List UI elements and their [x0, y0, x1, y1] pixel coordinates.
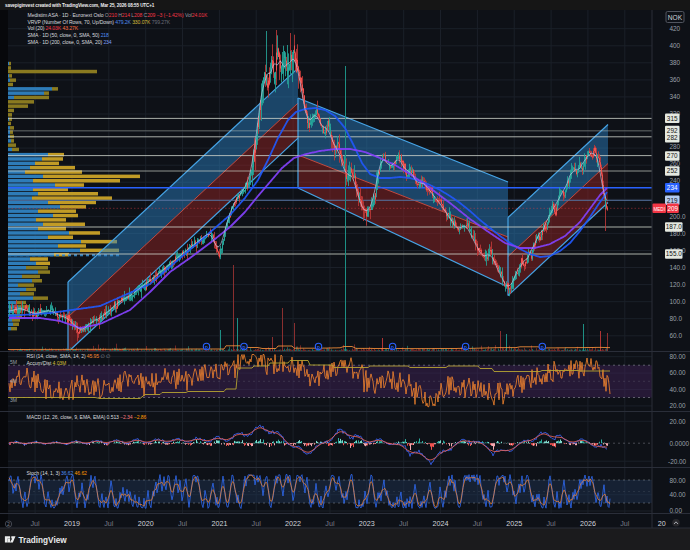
svg-text:400: 400 — [670, 42, 681, 49]
svg-text:187.0: 187.0 — [666, 223, 682, 230]
svg-text:D: D — [391, 345, 394, 350]
svg-text:5M: 5M — [10, 359, 17, 365]
svg-text:219: 219 — [667, 197, 678, 204]
svg-text:20: 20 — [658, 519, 666, 528]
svg-text:60.00: 60.00 — [670, 369, 686, 376]
svg-text:3M: 3M — [10, 397, 17, 403]
svg-text:0.0000: 0.0000 — [670, 440, 690, 447]
svg-text:SMA · 1D (200, close, 0, SMA,: SMA · 1D (200, close, 0, SMA, 20) 234 — [28, 39, 112, 45]
svg-text:VRVP (Number Of Rows, 70, Up/D: VRVP (Number Of Rows, 70, Up/Down) 479.2… — [28, 19, 171, 25]
svg-text:Jul: Jul — [30, 519, 40, 528]
svg-text:Jul: Jul — [473, 519, 483, 528]
svg-text:2024: 2024 — [433, 519, 449, 528]
svg-text:200.0: 200.0 — [670, 213, 686, 220]
svg-text:270: 270 — [667, 152, 678, 159]
svg-text:260: 260 — [670, 160, 681, 167]
svg-text:155.0: 155.0 — [666, 250, 682, 257]
svg-text:savepiginvest created with Tra: savepiginvest created with TradingView.c… — [5, 3, 155, 8]
svg-text:234: 234 — [667, 184, 678, 191]
svg-text:D: D — [317, 345, 320, 350]
svg-text:Jul: Jul — [104, 519, 114, 528]
svg-text:4M: 4M — [10, 378, 17, 384]
svg-text:80.00: 80.00 — [670, 477, 686, 484]
svg-text:100.0: 100.0 — [670, 298, 686, 305]
svg-text:MACD (12, 26, close, 9, EMA, E: MACD (12, 26, close, 9, EMA, EMA) 0.513 … — [27, 414, 147, 420]
svg-text:2: 2 — [7, 521, 10, 527]
svg-text:360: 360 — [670, 76, 681, 83]
svg-text:20.00: 20.00 — [670, 402, 686, 409]
svg-text:80.0: 80.0 — [670, 315, 683, 322]
svg-text:40.00: 40.00 — [670, 491, 686, 498]
svg-text:NOK: NOK — [668, 14, 683, 21]
svg-text:TradingView: TradingView — [19, 536, 68, 545]
svg-text:D: D — [205, 345, 208, 350]
svg-text:Vol (20) 24.03K 43.27K: Vol (20) 24.03K 43.27K — [28, 25, 79, 31]
svg-text:SMA · 1D (50, close, 0, SMA, 5: SMA · 1D (50, close, 0, SMA, 50) 218 — [28, 32, 110, 38]
svg-text:282: 282 — [667, 134, 678, 141]
svg-text:Medistim ASA · 1D · Euronext O: Medistim ASA · 1D · Euronext Oslo O210 H… — [28, 12, 208, 18]
svg-text:420: 420 — [670, 25, 681, 32]
svg-text:2020: 2020 — [138, 519, 154, 528]
svg-text:315: 315 — [667, 115, 678, 122]
svg-text:280: 280 — [670, 143, 681, 150]
svg-text:Jul: Jul — [178, 519, 188, 528]
svg-text:140.0: 140.0 — [670, 264, 686, 271]
svg-text:2025: 2025 — [506, 519, 522, 528]
svg-text:2019: 2019 — [64, 519, 80, 528]
svg-text:MEDI: MEDI — [653, 207, 664, 212]
svg-text:Jul: Jul — [252, 519, 262, 528]
svg-text:Stoch (14, 1, 3) 36.62 46.62: Stoch (14, 1, 3) 36.62 46.62 — [27, 470, 88, 476]
svg-text:Jul: Jul — [325, 519, 335, 528]
svg-text:252: 252 — [667, 167, 678, 174]
svg-text:380: 380 — [670, 59, 681, 66]
svg-text:2022: 2022 — [285, 519, 301, 528]
svg-text:Accum/Dist 4.03M: Accum/Dist 4.03M — [27, 360, 67, 366]
svg-text:20.00: 20.00 — [670, 418, 686, 425]
svg-text:Jul: Jul — [546, 519, 556, 528]
svg-text:2023: 2023 — [359, 519, 375, 528]
svg-text:80.00: 80.00 — [670, 353, 686, 360]
svg-text:340: 340 — [670, 93, 681, 100]
svg-text:2026: 2026 — [580, 519, 596, 528]
svg-text:2021: 2021 — [211, 519, 227, 528]
svg-text:Jul: Jul — [620, 519, 630, 528]
svg-text:-20.00: -20.00 — [668, 458, 687, 465]
svg-text:D: D — [541, 345, 544, 350]
svg-text:Jul: Jul — [399, 519, 409, 528]
svg-text:D: D — [242, 345, 245, 350]
svg-text:0.00: 0.00 — [670, 507, 683, 514]
svg-text:60.0: 60.0 — [670, 332, 683, 339]
svg-text:40.00: 40.00 — [670, 386, 686, 393]
svg-text:292: 292 — [667, 127, 678, 134]
svg-text:209: 209 — [667, 205, 678, 212]
svg-text:120.0: 120.0 — [670, 281, 686, 288]
svg-text:D: D — [464, 345, 467, 350]
svg-text:RSI (14, close, SMA, 14, 2) 45: RSI (14, close, SMA, 14, 2) 45.95 ∅ ∅ — [27, 353, 111, 359]
